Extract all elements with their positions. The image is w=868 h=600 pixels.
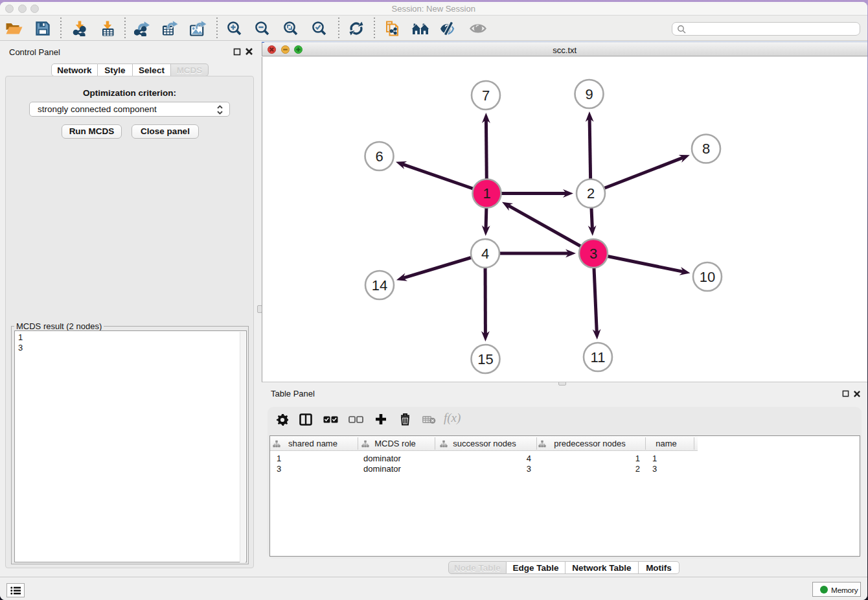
svg-text:6: 6 xyxy=(375,148,383,165)
svg-text:4: 4 xyxy=(481,246,489,262)
svg-text:9: 9 xyxy=(585,86,593,102)
svg-text:8: 8 xyxy=(702,141,710,157)
svg-text:7: 7 xyxy=(482,87,490,104)
svg-text:11: 11 xyxy=(591,349,606,365)
svg-text:14: 14 xyxy=(372,277,387,294)
svg-text:10: 10 xyxy=(700,269,715,285)
svg-text:2: 2 xyxy=(587,185,595,202)
svg-text:15: 15 xyxy=(477,351,493,367)
svg-text:1: 1 xyxy=(483,185,490,202)
svg-text:3: 3 xyxy=(589,246,597,262)
